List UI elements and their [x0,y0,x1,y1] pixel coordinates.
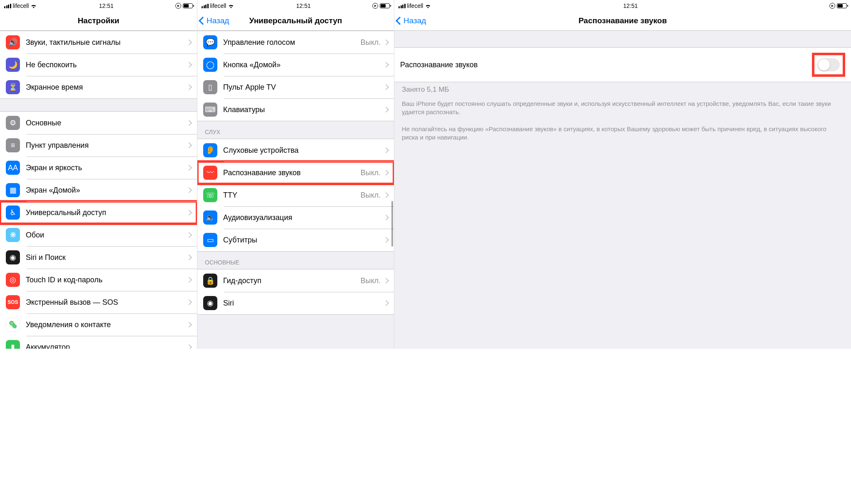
exposure-icon: 🦠 [6,318,20,332]
chevron-right-icon [383,107,389,113]
speaker-icon: 🔈 [203,210,217,225]
nav-bar: Настройки [0,11,197,31]
tty-icon: ☏ [203,188,217,202]
sos-icon: SOS [6,295,20,309]
chevron-right-icon [383,300,389,306]
row-label: Экран «Домой» [26,186,187,195]
gear-icon: ⚙︎ [6,116,20,130]
row-apple-tv[interactable]: ▯ Пульт Apple TV [197,76,394,98]
location-icon: ➤ [372,3,378,9]
sounds-icon: 🔊 [6,35,20,49]
page-title: Универсальный доступ [249,16,342,25]
row-value: Выкл. [360,38,381,47]
hourglass-icon: ⏳ [6,80,20,94]
chevron-right-icon [186,344,192,349]
settings-list[interactable]: 🔊 Звуки, тактильные сигналы 🌙 Не беспоко… [0,31,197,349]
chevron-right-icon [186,84,192,90]
row-general[interactable]: ⚙︎ Основные [0,112,197,134]
back-label: Назад [403,16,426,25]
row-value: Выкл. [360,276,381,285]
chevron-right-icon [186,142,192,148]
moon-icon: 🌙 [6,58,20,72]
clock: 12:51 [99,2,113,9]
wifi-icon [228,3,234,8]
battery-icon [183,3,193,8]
chevron-right-icon [186,232,192,238]
chevron-right-icon [186,165,192,171]
row-wallpaper[interactable]: ❋ Обои [0,224,197,246]
row-label: Siri [223,299,384,308]
row-exposure[interactable]: 🦠 Уведомления о контакте [0,313,197,336]
sound-recognition-content: Распознавание звуков Занято 5,1 МБ Ваш i… [394,31,851,349]
row-label: Распознавание звуков [223,169,360,177]
row-label: Пункт управления [26,141,187,150]
battery-icon [380,3,390,8]
back-button[interactable]: Назад [200,16,229,25]
row-siri-access[interactable]: ◉ Siri [197,292,394,314]
nav-bar: Назад Распознавание звуков [394,11,851,31]
clock: 12:51 [623,2,638,9]
keyboard-icon: ⌨︎ [203,103,217,117]
row-sos[interactable]: SOS Экстренный вызов — SOS [0,291,197,313]
row-keyboards[interactable]: ⌨︎ Клавиатуры [197,98,394,121]
row-label: Touch ID и код-пароль [26,276,187,284]
voice-icon: 💬 [203,35,217,49]
toggle-row-sound-recognition: Распознавание звуков [394,47,851,82]
row-guided-access[interactable]: 🔒 Гид-доступ Выкл. [197,269,394,292]
row-display[interactable]: AA Экран и яркость [0,157,197,179]
accessibility-list[interactable]: 💬 Управление голосом Выкл. ◯ Кнопка «Дом… [197,31,394,349]
location-icon: ➤ [829,3,835,9]
row-sound-recognition[interactable]: 〰 Распознавание звуков Выкл. [197,161,394,184]
row-screentime[interactable]: ⏳ Экранное время [0,76,197,98]
chevron-right-icon [186,277,192,283]
nav-bar: Назад Универсальный доступ [197,11,394,31]
row-siri[interactable]: ◉ Siri и Поиск [0,246,197,269]
chevron-right-icon [383,278,389,284]
row-label: Клавиатуры [223,105,384,114]
row-audio-visual[interactable]: 🔈 Аудиовизуализация [197,206,394,229]
row-label: Аккумулятор [26,343,187,349]
back-button[interactable]: Назад [397,16,426,25]
sound-recognition-toggle[interactable] [817,58,840,71]
carrier-label: lifecell [13,2,29,9]
row-tty[interactable]: ☏ TTY Выкл. [197,184,394,206]
row-voice-control[interactable]: 💬 Управление голосом Выкл. [197,31,394,54]
row-dnd[interactable]: 🌙 Не беспокоить [0,54,197,76]
ear-icon: 👂 [203,143,217,157]
row-subtitles[interactable]: ▭ Субтитры [197,229,394,251]
fingerprint-icon: ◎ [6,273,20,287]
row-home-button[interactable]: ◯ Кнопка «Домой» [197,54,394,76]
scrollbar[interactable] [391,201,393,247]
grid-icon: ▦ [6,183,20,197]
row-label: Siri и Поиск [26,253,187,262]
row-label: Гид-доступ [223,276,360,285]
highlight-box [812,53,845,77]
row-control-center[interactable]: ≡ Пункт управления [0,134,197,157]
row-label: Универсальный доступ [26,208,187,217]
chevron-right-icon [383,39,389,45]
row-label: Основные [26,119,187,127]
row-sounds[interactable]: 🔊 Звуки, тактильные сигналы [0,31,197,54]
row-accessibility[interactable]: ♿︎ Универсальный доступ [0,201,197,224]
remote-icon: ▯ [203,80,217,94]
chevron-right-icon [383,215,389,220]
sound-waves-icon: 〰 [203,166,217,180]
row-touchid[interactable]: ◎ Touch ID и код-пароль [0,269,197,291]
siri-icon: ◉ [203,296,217,310]
chevron-left-icon [199,17,207,25]
chevron-right-icon [186,322,192,328]
row-home-screen[interactable]: ▦ Экран «Домой» [0,179,197,201]
row-label: Уведомления о контакте [26,321,187,329]
row-battery[interactable]: ▮ Аккумулятор [0,336,197,349]
siri-icon: ◉ [6,250,20,264]
row-label: Кнопка «Домой» [223,61,384,69]
chevron-right-icon [186,187,192,193]
status-bar: lifecell 12:51 ➤ [197,0,394,11]
row-hearing-devices[interactable]: 👂 Слуховые устройства [197,139,394,161]
page-title: Распознавание звуков [578,16,667,25]
carrier-label: lifecell [210,2,226,9]
accessibility-icon: ♿︎ [6,206,20,220]
back-label: Назад [207,16,229,25]
row-label: Обои [26,231,187,240]
location-icon: ➤ [175,3,181,9]
